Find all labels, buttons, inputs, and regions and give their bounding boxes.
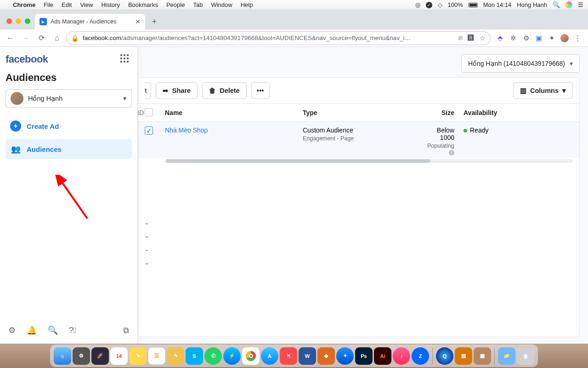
dock-notes[interactable]: ✎ bbox=[129, 347, 147, 365]
row-checkbox[interactable]: ✓ bbox=[145, 126, 153, 135]
notifications-icon[interactable]: 🔔 bbox=[27, 325, 37, 335]
settings-icon[interactable]: ⚙ bbox=[8, 325, 16, 335]
dock-app-misc[interactable]: ▦ bbox=[474, 347, 491, 365]
ext-3-icon[interactable]: ⚙ bbox=[522, 34, 530, 42]
search-icon[interactable]: 🔍 bbox=[48, 325, 58, 335]
dock-chrome[interactable] bbox=[242, 347, 260, 365]
delete-button[interactable]: 🗑Delete bbox=[202, 82, 247, 99]
control-center-icon[interactable]: ☰ bbox=[578, 1, 583, 8]
dock-illustrator[interactable]: Ai bbox=[374, 347, 391, 365]
spotlight-icon[interactable]: 🔍 bbox=[553, 1, 560, 8]
status-icon[interactable]: ✓ bbox=[426, 2, 432, 8]
wifi-icon[interactable]: ◇ bbox=[438, 1, 442, 8]
dock-zalo[interactable]: Z bbox=[412, 347, 429, 365]
col-type[interactable]: Type bbox=[303, 109, 422, 116]
profile-avatar[interactable] bbox=[560, 34, 569, 42]
chevron-down-icon: ▾ bbox=[570, 60, 573, 67]
create-ad-button[interactable]: + Create Ad bbox=[6, 116, 132, 136]
share-button[interactable]: ➦Share bbox=[156, 82, 198, 99]
dock-calculator[interactable]: ▤ bbox=[455, 347, 472, 365]
avatar bbox=[11, 92, 23, 105]
dock-notes2[interactable]: ✎ bbox=[167, 347, 184, 365]
cast-icon[interactable]: ⎚ bbox=[458, 34, 462, 42]
new-tab-button[interactable]: + bbox=[148, 15, 161, 28]
close-window[interactable] bbox=[6, 18, 12, 24]
menu-history[interactable]: History bbox=[101, 1, 119, 8]
truncated-button[interactable]: t bbox=[145, 82, 151, 99]
chrome-menu-icon[interactable]: ⋮ bbox=[573, 34, 582, 42]
dock-appstore[interactable]: A bbox=[261, 347, 278, 365]
dock-messenger[interactable]: ⚡ bbox=[223, 347, 241, 365]
siri-icon[interactable] bbox=[565, 1, 572, 8]
menu-help[interactable]: Help bbox=[241, 1, 253, 8]
menu-tab[interactable]: Tab bbox=[193, 1, 203, 8]
col-size[interactable]: Size bbox=[422, 109, 464, 116]
reload-button[interactable]: ⟳ bbox=[35, 32, 48, 45]
dock-settings[interactable]: ⚙ bbox=[73, 347, 90, 365]
browser-tab[interactable]: ▸ Ads Manager - Audiences ✕ bbox=[35, 14, 145, 29]
dock-app-red[interactable]: ✕ bbox=[280, 347, 297, 365]
menu-people[interactable]: People bbox=[166, 1, 185, 8]
ext-4-icon[interactable]: ▣ bbox=[535, 34, 543, 42]
sidebar-item-audiences[interactable]: 👥 Audiences bbox=[6, 139, 132, 159]
collapse-sidebar-icon[interactable]: ⧉ bbox=[123, 326, 129, 335]
help-icon[interactable]: ?⃝ bbox=[69, 326, 77, 335]
dock-quicktime[interactable]: Q bbox=[436, 347, 453, 365]
menubar-user[interactable]: Hong Hanh bbox=[517, 1, 547, 8]
dock-photoshop[interactable]: Ps bbox=[355, 347, 373, 365]
col-availability[interactable]: Availability bbox=[464, 109, 537, 116]
dock-music[interactable]: ♪ bbox=[393, 347, 410, 365]
chevron-down-icon[interactable]: ⌄ bbox=[144, 246, 149, 253]
minimize-window[interactable] bbox=[16, 18, 21, 24]
chevron-down-icon[interactable]: ⌄ bbox=[144, 232, 149, 239]
chevron-down-icon[interactable]: ⌄ bbox=[144, 259, 149, 266]
menu-edit[interactable]: Edit bbox=[62, 1, 72, 8]
audience-size: Below 1000 bbox=[422, 126, 454, 141]
menubar-app[interactable]: Chrome bbox=[13, 1, 35, 8]
forward-button[interactable]: → bbox=[19, 32, 32, 45]
menu-view[interactable]: View bbox=[80, 1, 93, 8]
audience-name-link[interactable]: Nhà Mèo Shop bbox=[165, 126, 208, 134]
ext-2-icon[interactable]: ✲ bbox=[509, 34, 517, 42]
home-button[interactable]: ⌂ bbox=[51, 32, 63, 45]
menu-file[interactable]: File bbox=[44, 1, 53, 8]
dock-app-orange[interactable]: ◆ bbox=[317, 347, 335, 365]
translate-icon[interactable]: 🅰 bbox=[468, 34, 474, 42]
account-selector[interactable]: Hồng Hạnh ▾ bbox=[6, 89, 132, 108]
ext-1-icon[interactable]: ⬘ bbox=[496, 34, 504, 42]
menu-window[interactable]: Window bbox=[211, 1, 232, 8]
table-header: Name Type Size Availability bbox=[138, 104, 579, 122]
facebook-logo[interactable]: facebook bbox=[6, 53, 132, 65]
dock-calendar[interactable]: 14 bbox=[110, 347, 128, 365]
dock-whatsapp[interactable]: ✆ bbox=[204, 347, 222, 365]
menu-bookmarks[interactable]: Bookmarks bbox=[128, 1, 158, 8]
back-button[interactable]: ← bbox=[4, 32, 17, 45]
select-all-checkbox[interactable] bbox=[145, 108, 153, 116]
dock-reminders[interactable]: ☰ bbox=[148, 347, 165, 365]
info-icon[interactable]: i bbox=[449, 150, 454, 155]
dock-word[interactable]: W bbox=[299, 347, 316, 365]
dock-trash[interactable]: 🗑 bbox=[517, 347, 534, 365]
tab-close-icon[interactable]: ✕ bbox=[135, 18, 141, 25]
bookmark-icon[interactable]: ☆ bbox=[480, 34, 486, 42]
cc-icon[interactable]: ◎ bbox=[415, 1, 420, 8]
dock-safari[interactable]: ✦ bbox=[336, 347, 354, 365]
more-button[interactable]: ••• bbox=[251, 82, 270, 99]
maximize-window[interactable] bbox=[25, 18, 30, 24]
apps-grid-icon[interactable] bbox=[120, 54, 130, 64]
address-bar[interactable]: 🔒 facebook.com/adsmanager/audiences?act=… bbox=[66, 31, 491, 45]
clock[interactable]: Mon 14:14 bbox=[483, 1, 511, 8]
chevron-down-icon[interactable]: ⌄ bbox=[144, 219, 149, 226]
columns-button[interactable]: ▥Columns▾ bbox=[513, 82, 573, 99]
dock-skype[interactable]: S bbox=[186, 347, 203, 365]
browser-toolbar: ← → ⟳ ⌂ 🔒 facebook.com/adsmanager/audien… bbox=[0, 29, 588, 47]
table-row[interactable]: ✓ Nhà Mèo Shop Custom Audience Engagemen… bbox=[138, 122, 579, 158]
dock-finder[interactable]: ☺ bbox=[54, 347, 71, 365]
chevron-down-icon: ▾ bbox=[562, 87, 566, 94]
horizontal-scrollbar[interactable] bbox=[166, 159, 573, 163]
extensions-icon[interactable]: ✦ bbox=[548, 34, 556, 42]
account-badge[interactable]: Hồng Hạnh (1410480439179668) ▾ bbox=[461, 54, 580, 73]
dock-launchpad[interactable]: 🚀 bbox=[91, 347, 109, 365]
dock-downloads[interactable]: 📁 bbox=[498, 347, 515, 365]
col-name[interactable]: Name bbox=[165, 109, 303, 116]
